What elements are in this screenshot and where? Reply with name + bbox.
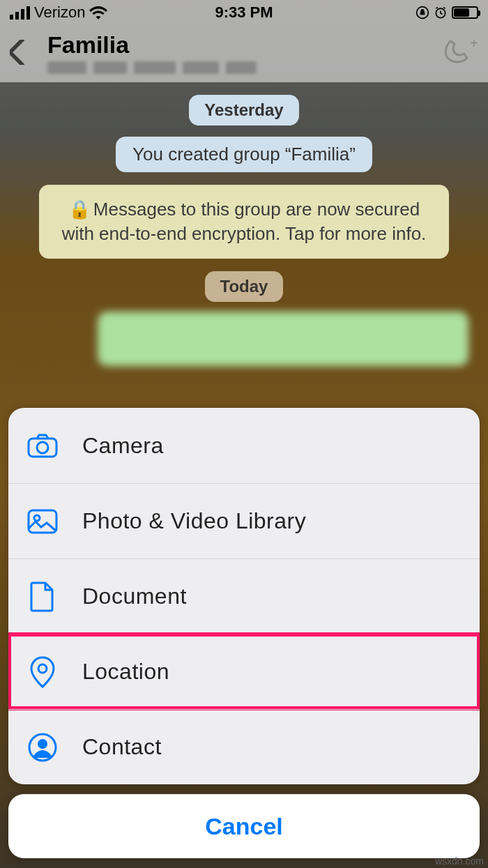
action-location[interactable]: Location	[8, 634, 480, 709]
attachment-action-sheet: Camera Photo & Video Library Document Lo…	[8, 408, 480, 784]
system-message: You created group “Familia”	[116, 137, 372, 172]
contact-icon	[26, 733, 59, 762]
lock-icon: 🔒	[68, 199, 91, 220]
chat-title[interactable]: Familia	[47, 31, 442, 59]
action-label: Document	[82, 584, 187, 609]
svg-text:+: +	[470, 38, 478, 51]
svg-point-6	[34, 515, 40, 521]
camera-icon	[26, 433, 59, 458]
svg-rect-5	[29, 510, 56, 533]
date-separator: Yesterday	[189, 95, 298, 125]
clock: 9:33 PM	[0, 3, 488, 22]
encryption-notice[interactable]: 🔒Messages to this group are now secured …	[39, 185, 449, 259]
photo-icon	[26, 509, 59, 534]
back-button[interactable]	[10, 40, 45, 68]
message-bubble[interactable]	[98, 312, 468, 366]
action-document[interactable]: Document	[8, 558, 480, 634]
chat-subtitle	[47, 61, 442, 77]
svg-point-4	[37, 442, 48, 453]
location-icon	[26, 656, 59, 688]
document-icon	[26, 581, 59, 612]
action-photo-library[interactable]: Photo & Video Library	[8, 483, 480, 558]
watermark: wsxdn.com	[435, 855, 484, 867]
svg-point-9	[38, 739, 47, 749]
date-separator: Today	[205, 271, 284, 302]
action-label: Location	[82, 659, 169, 685]
cancel-button[interactable]: Cancel	[8, 794, 480, 858]
call-button[interactable]: +	[442, 38, 478, 69]
action-label: Contact	[82, 734, 162, 760]
action-label: Photo & Video Library	[82, 508, 306, 534]
svg-point-7	[38, 664, 47, 673]
status-bar: Verizon 9:33 PM	[0, 0, 488, 25]
action-contact[interactable]: Contact	[8, 709, 480, 784]
action-camera[interactable]: Camera	[8, 408, 480, 483]
battery-icon	[452, 6, 478, 19]
action-label: Camera	[82, 433, 164, 459]
chat-header: Familia +	[0, 25, 488, 82]
